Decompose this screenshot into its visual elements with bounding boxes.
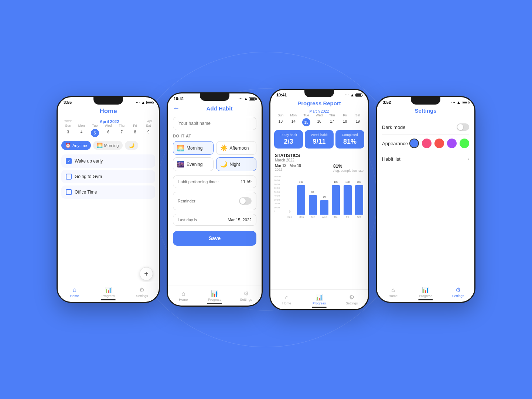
time-filters: ⏰ Anytime 🌅 Morning 🌙	[58, 139, 159, 152]
status-icons-settings: ··· ▲	[451, 100, 468, 105]
appearance-colors	[409, 139, 469, 148]
bar-sun: 0 Sun	[284, 215, 295, 218]
stats-section: STATISTICS March 2022 Mar 13 - Mar 19 20…	[270, 151, 368, 175]
bar-mon: 100 Mon	[296, 185, 306, 218]
cal-days-header: Sun Mon Tue Wed Thu Fri Sat	[61, 124, 155, 127]
bar-chart: 100.00 80.00 70.00 60.00 50.00 40.00 30.…	[270, 175, 368, 220]
phone-add: 10:41 ··· ▲ ← Add Habit DO IT AT 🌅 Morni…	[167, 92, 263, 307]
filter-more[interactable]: 🌙	[125, 141, 138, 150]
habit-checkbox-3[interactable]	[66, 189, 72, 195]
habit-checkbox-1[interactable]	[66, 158, 72, 164]
stats-pct: 81%	[333, 164, 364, 169]
stats-sub: March 2022	[275, 158, 364, 162]
notch-add	[200, 93, 229, 101]
chevron-right-icon: ›	[467, 156, 469, 162]
lastday-value: Mar 15, 2022	[228, 218, 252, 222]
nav-home-progress[interactable]: ⌂ Home	[270, 290, 303, 309]
color-pink[interactable]	[422, 139, 432, 148]
nav-home-settings[interactable]: ⌂ Home	[377, 282, 409, 302]
back-arrow[interactable]: ←	[173, 105, 180, 112]
filter-morning[interactable]: 🌅 Morning	[93, 141, 123, 150]
settings-screen: Settings Dark mode Appearance	[377, 106, 474, 168]
lastday-row: Last day is Mar 15, 2022	[173, 214, 256, 226]
time-options-grid: 🌅 Morning ☀️ Afternoon 🌆 Evening 🌙 Night	[173, 141, 256, 171]
home-title: Home	[64, 108, 153, 115]
add-title: Add Habit	[183, 105, 256, 112]
time-opt-morning[interactable]: 🌅 Morning	[173, 141, 214, 155]
habit-list-row[interactable]: Habit list ›	[382, 152, 469, 166]
color-green[interactable]	[460, 139, 469, 148]
bottom-nav-settings: ⌂ Home 📊 Progress ⚙ Settings	[377, 282, 474, 302]
appearance-label: Appearance	[382, 141, 408, 146]
habit-name-input[interactable]	[173, 117, 256, 130]
habit-list-label: Habit list	[382, 156, 400, 162]
time-opt-afternoon-label: Afternoon	[230, 146, 249, 151]
performing-label: Habit performing time :	[178, 180, 219, 184]
time-opt-evening-label: Evening	[187, 162, 202, 167]
nav-settings-progress[interactable]: ⚙ Settings	[335, 290, 368, 309]
bar-thu: 100 Thu	[331, 185, 341, 218]
notch-settings	[411, 97, 440, 105]
performing-time: 11:59	[241, 179, 252, 184]
status-time-settings: 3:52	[383, 100, 391, 105]
phone-progress: 10:41 ··· ▲ Progress Report March 2022 S…	[269, 89, 369, 310]
save-button[interactable]: Save	[173, 231, 256, 246]
nav-bar-home	[101, 299, 116, 300]
battery-icon-settings	[462, 101, 468, 104]
section-label-doit: DO IT AT	[173, 134, 256, 138]
reminder-label: Reminder	[178, 199, 195, 203]
nav-bar-progress	[312, 307, 327, 308]
stat-today: Today habit 2/3	[274, 130, 303, 149]
time-opt-night-label: Night	[230, 162, 240, 167]
color-purple[interactable]	[447, 139, 457, 148]
dark-mode-toggle[interactable]	[457, 123, 469, 131]
notch-progress	[304, 90, 334, 97]
nav-home-home[interactable]: ⌂ Home	[58, 282, 91, 302]
nav-settings-home[interactable]: ⚙ Settings	[125, 282, 159, 302]
habit-list-home: Wake up early Going to Gym Office Time	[58, 152, 159, 201]
time-opt-evening[interactable]: 🌆 Evening	[173, 157, 214, 171]
habit-name-3: Office Time	[75, 190, 97, 195]
add-screen: ← Add Habit DO IT AT 🌅 Morning ☀️ Aftern…	[168, 102, 262, 249]
home-screen: Home 2022 April 2022 Apr Sun Mon Tue Wed…	[58, 106, 159, 201]
fab-add-button[interactable]: +	[140, 267, 153, 280]
phone-settings: 3:52 ··· ▲ Settings Dark mode Appearance	[376, 96, 475, 303]
time-opt-afternoon[interactable]: ☀️ Afternoon	[216, 141, 257, 155]
bottom-nav-home: ⌂ Home 📊 Progress ⚙ Settings	[58, 282, 159, 302]
reminder-toggle[interactable]	[239, 197, 252, 205]
stat-week: Week habit 9/11	[305, 130, 334, 149]
status-icons-progress: ··· ▲	[345, 93, 362, 97]
status-icons-home: ··· ▲	[136, 100, 153, 105]
nav-home-add[interactable]: ⌂ Home	[168, 286, 199, 306]
habit-item-2[interactable]: Going to Gym	[61, 170, 155, 183]
performing-row: Habit performing time : 11:59	[173, 175, 256, 188]
add-body: DO IT AT 🌅 Morning ☀️ Afternoon 🌆 Evenin…	[168, 114, 262, 249]
battery-icon-progress	[355, 93, 362, 97]
prog-month: March 2022	[274, 109, 364, 113]
lastday-label: Last day is	[178, 218, 197, 222]
stats-date: Mar 13 - Mar 19	[275, 164, 301, 168]
status-time-home: 3:55	[64, 100, 72, 105]
habit-checkbox-2[interactable]	[66, 174, 72, 180]
prog-cal-days: 13 14 15 16 17 18 19	[274, 118, 364, 126]
nav-settings-add[interactable]: ⚙ Settings	[230, 286, 262, 306]
habit-item-3[interactable]: Office Time	[61, 185, 155, 199]
status-time-progress: 10:41	[276, 93, 287, 97]
battery-icon-add	[249, 97, 256, 100]
color-blue[interactable]	[409, 139, 419, 148]
color-red[interactable]	[434, 139, 444, 148]
dark-mode-label: Dark mode	[382, 125, 406, 130]
bar-wed: 50 Wed	[319, 200, 330, 218]
nav-bar-settings	[418, 299, 433, 300]
time-opt-night[interactable]: 🌙 Night	[216, 157, 257, 171]
time-opt-morning-label: Morning	[187, 146, 202, 151]
battery-icon-home	[146, 101, 153, 104]
bottom-nav-progress: ⌂ Home 📊 Progress ⚙ Settings	[270, 289, 368, 309]
habit-item-1[interactable]: Wake up early	[61, 154, 155, 168]
nav-settings-settings[interactable]: ⚙ Settings	[442, 282, 474, 302]
filter-anytime[interactable]: ⏰ Anytime	[61, 141, 91, 150]
bottom-nav-add: ⌂ Home 📊 Progress ⚙ Settings	[168, 286, 262, 306]
status-time-add: 10:41	[174, 96, 184, 101]
bar-tue: 66 Tue	[308, 195, 318, 218]
add-nav: ← Add Habit	[168, 102, 262, 114]
